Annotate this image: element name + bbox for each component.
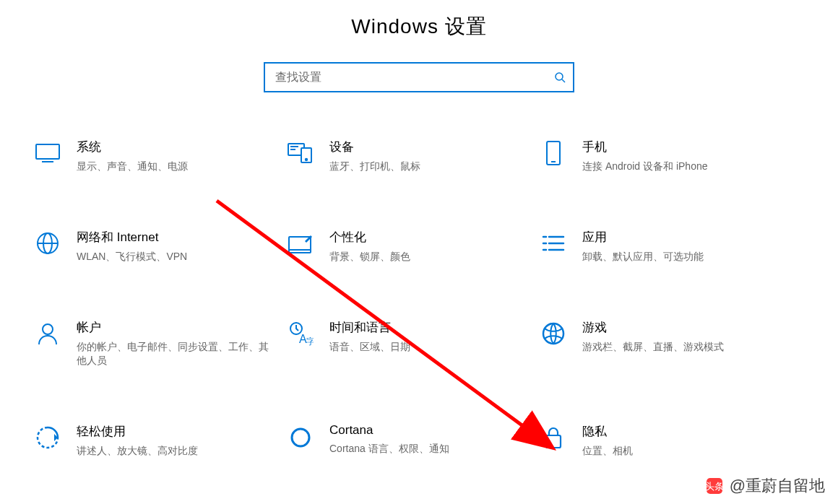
tile-desc: 显示、声音、通知、电源 xyxy=(77,160,188,173)
svg-point-6 xyxy=(306,159,307,160)
gaming-icon xyxy=(539,319,568,348)
tile-desc: 你的帐户、电子邮件、同步设置、工作、其他人员 xyxy=(77,340,277,366)
tile-title: 时间和语言 xyxy=(329,319,410,336)
tile-title: 系统 xyxy=(77,139,188,155)
tile-phone[interactable]: 手机 连接 Android 设备和 iPhone xyxy=(535,136,787,175)
cortana-icon xyxy=(286,423,315,452)
svg-point-22 xyxy=(43,324,53,334)
phone-icon xyxy=(539,139,568,168)
tile-text: 个性化 背景、锁屏、颜色 xyxy=(329,229,410,263)
tile-accounts[interactable]: 帐户 你的帐户、电子邮件、同步设置、工作、其他人员 xyxy=(29,316,282,369)
svg-line-1 xyxy=(562,79,565,82)
tile-desc: 连接 Android 设备和 iPhone xyxy=(582,160,708,173)
tile-title: 轻松使用 xyxy=(77,423,198,440)
system-icon xyxy=(33,139,62,168)
tile-text: Cortana Cortana 语言、权限、通知 xyxy=(329,423,449,455)
tile-time-language[interactable]: A 字 时间和语言 语音、区域、日期 xyxy=(282,316,535,369)
tile-devices[interactable]: 设备 蓝牙、打印机、鼠标 xyxy=(282,136,535,175)
watermark-logo-icon: 头条 xyxy=(705,477,724,495)
svg-text:字: 字 xyxy=(306,336,314,346)
tile-text: 设备 蓝牙、打印机、鼠标 xyxy=(329,139,420,173)
tile-desc: 位置、相机 xyxy=(582,444,633,457)
tile-desc: 游戏栏、截屏、直播、游戏模式 xyxy=(582,340,724,353)
search-box[interactable] xyxy=(264,62,574,92)
privacy-icon xyxy=(539,423,568,452)
tile-title: 应用 xyxy=(582,229,704,246)
tile-desc: WLAN、飞行模式、VPN xyxy=(77,250,187,263)
accounts-icon xyxy=(33,319,62,348)
tile-personalization[interactable]: 个性化 背景、锁屏、颜色 xyxy=(282,226,535,266)
tile-desc: 语音、区域、日期 xyxy=(329,340,410,353)
tile-text: 时间和语言 语音、区域、日期 xyxy=(329,319,410,353)
svg-point-28 xyxy=(292,429,309,446)
tile-text: 帐户 你的帐户、电子邮件、同步设置、工作、其他人员 xyxy=(77,319,277,366)
tile-text: 隐私 位置、相机 xyxy=(582,423,633,457)
tile-desc: 背景、锁屏、颜色 xyxy=(329,250,410,263)
watermark-text: @重蔚自留地 xyxy=(730,475,825,497)
tile-title: 个性化 xyxy=(329,229,410,246)
tile-cortana[interactable]: Cortana Cortana 语言、权限、通知 xyxy=(282,420,535,460)
tile-text: 游戏 游戏栏、截屏、直播、游戏模式 xyxy=(582,319,724,353)
tile-desc: 蓝牙、打印机、鼠标 xyxy=(329,160,420,173)
tile-privacy[interactable]: 隐私 位置、相机 xyxy=(535,420,787,460)
apps-icon xyxy=(539,229,568,258)
tile-title: 游戏 xyxy=(582,319,724,336)
time-language-icon: A 字 xyxy=(286,319,315,348)
tile-title: 设备 xyxy=(329,139,420,155)
tile-system[interactable]: 系统 显示、声音、通知、电源 xyxy=(29,136,282,175)
tile-text: 手机 连接 Android 设备和 iPhone xyxy=(582,139,708,173)
tile-network[interactable]: 网络和 Internet WLAN、飞行模式、VPN xyxy=(29,226,282,266)
tile-text: 网络和 Internet WLAN、飞行模式、VPN xyxy=(77,229,187,263)
tile-text: 系统 显示、声音、通知、电源 xyxy=(77,139,188,173)
tile-title: Cortana xyxy=(329,423,449,438)
tile-title: 手机 xyxy=(582,139,708,155)
ease-of-access-icon xyxy=(33,423,62,452)
svg-point-0 xyxy=(556,73,563,80)
tile-title: 网络和 Internet xyxy=(77,229,187,246)
tile-desc: 讲述人、放大镜、高对比度 xyxy=(77,444,198,457)
devices-icon xyxy=(286,139,315,168)
network-icon xyxy=(33,229,62,258)
tile-title: 隐私 xyxy=(582,423,633,440)
svg-text:头条: 头条 xyxy=(705,481,724,492)
page-title: Windows 设置 xyxy=(0,0,838,62)
tile-title: 帐户 xyxy=(77,319,277,336)
search-input[interactable] xyxy=(264,62,574,92)
search-icon xyxy=(554,71,566,83)
tile-apps[interactable]: 应用 卸载、默认应用、可选功能 xyxy=(535,226,787,266)
personalization-icon xyxy=(286,229,315,258)
tile-text: 应用 卸载、默认应用、可选功能 xyxy=(582,229,704,263)
svg-rect-2 xyxy=(36,144,59,159)
svg-rect-29 xyxy=(546,435,561,448)
tile-ease-of-access[interactable]: 轻松使用 讲述人、放大镜、高对比度 xyxy=(29,420,282,460)
tile-desc: 卸载、默认应用、可选功能 xyxy=(582,250,704,263)
tile-text: 轻松使用 讲述人、放大镜、高对比度 xyxy=(77,423,198,457)
svg-point-26 xyxy=(543,323,563,344)
settings-grid: 系统 显示、声音、通知、电源 设备 蓝牙、打印机、鼠标 手机 连接 And xyxy=(29,136,809,460)
tile-gaming[interactable]: 游戏 游戏栏、截屏、直播、游戏模式 xyxy=(535,316,787,369)
watermark: 头条 @重蔚自留地 xyxy=(705,475,825,497)
tile-desc: Cortana 语言、权限、通知 xyxy=(329,442,449,455)
